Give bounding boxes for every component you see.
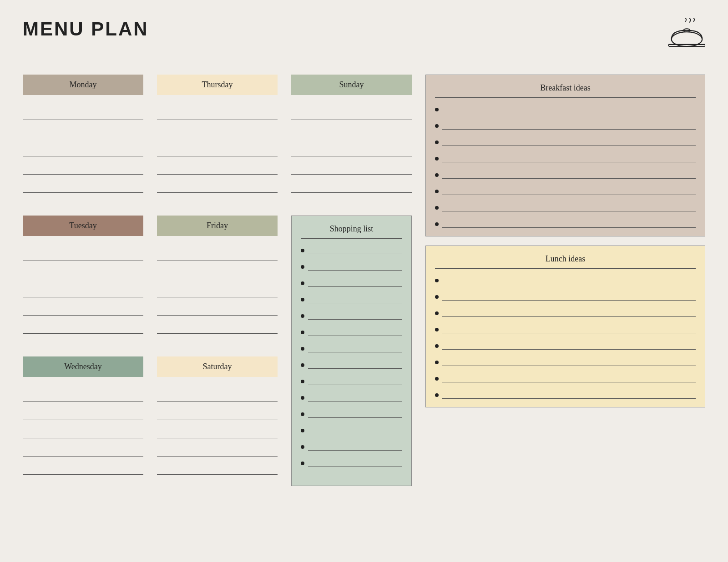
wednesday-lines (23, 386, 143, 482)
write-line[interactable] (308, 343, 402, 352)
write-line[interactable] (308, 442, 402, 451)
write-line[interactable] (23, 288, 143, 297)
write-line[interactable] (308, 327, 402, 336)
list-item[interactable] (435, 308, 696, 317)
list-item[interactable] (301, 442, 402, 451)
write-line[interactable] (23, 393, 143, 402)
write-line[interactable] (157, 429, 278, 438)
list-item[interactable] (301, 294, 402, 303)
write-line[interactable] (291, 129, 412, 138)
write-line[interactable] (308, 425, 402, 434)
write-line[interactable] (157, 411, 278, 420)
list-item[interactable] (301, 261, 402, 271)
list-item[interactable] (301, 327, 402, 336)
write-line[interactable] (157, 184, 278, 193)
write-line[interactable] (442, 324, 696, 333)
list-item[interactable] (301, 311, 402, 320)
write-line[interactable] (308, 294, 402, 303)
write-line[interactable] (308, 311, 402, 320)
list-item[interactable] (301, 425, 402, 434)
list-item[interactable] (301, 392, 402, 401)
write-line[interactable] (442, 275, 696, 284)
write-line[interactable] (442, 120, 696, 130)
main-layout: Monday Tuesday Wednesday (23, 75, 705, 486)
write-line[interactable] (442, 104, 696, 113)
write-line[interactable] (157, 252, 278, 261)
write-line[interactable] (23, 129, 143, 138)
write-line[interactable] (23, 447, 143, 457)
list-item[interactable] (435, 324, 696, 333)
write-line[interactable] (442, 308, 696, 317)
write-line[interactable] (308, 261, 402, 271)
write-line[interactable] (23, 184, 143, 193)
list-item[interactable] (435, 219, 696, 228)
list-item[interactable] (301, 360, 402, 369)
sunday-section: Sunday (291, 75, 412, 200)
write-line[interactable] (157, 393, 278, 402)
list-item[interactable] (435, 390, 696, 399)
list-item[interactable] (301, 376, 402, 385)
write-line[interactable] (157, 306, 278, 316)
list-item[interactable] (435, 291, 696, 301)
list-item[interactable] (301, 458, 402, 467)
write-line[interactable] (157, 270, 278, 279)
write-line[interactable] (23, 166, 143, 175)
list-item[interactable] (435, 186, 696, 195)
write-line[interactable] (157, 111, 278, 120)
list-item[interactable] (435, 275, 696, 284)
list-item[interactable] (435, 373, 696, 382)
write-line[interactable] (308, 245, 402, 254)
write-line[interactable] (442, 153, 696, 162)
write-line[interactable] (157, 166, 278, 175)
write-line[interactable] (291, 184, 412, 193)
write-line[interactable] (442, 357, 696, 366)
list-item[interactable] (435, 104, 696, 113)
write-line[interactable] (308, 392, 402, 401)
breakfast-ideas-items (435, 104, 696, 228)
write-line[interactable] (157, 147, 278, 156)
list-item[interactable] (435, 137, 696, 146)
write-line[interactable] (308, 458, 402, 467)
list-item[interactable] (301, 409, 402, 418)
write-line[interactable] (291, 111, 412, 120)
write-line[interactable] (291, 147, 412, 156)
list-item[interactable] (301, 245, 402, 254)
write-line[interactable] (442, 219, 696, 228)
bullet-point (301, 314, 304, 318)
list-item[interactable] (435, 120, 696, 130)
write-line[interactable] (308, 409, 402, 418)
write-line[interactable] (442, 170, 696, 179)
write-line[interactable] (157, 288, 278, 297)
write-line[interactable] (23, 270, 143, 279)
write-line[interactable] (291, 166, 412, 175)
write-line[interactable] (308, 376, 402, 385)
write-line[interactable] (157, 129, 278, 138)
write-line[interactable] (157, 325, 278, 334)
write-line[interactable] (23, 306, 143, 316)
write-line[interactable] (442, 291, 696, 301)
write-line[interactable] (23, 429, 143, 438)
write-line[interactable] (23, 325, 143, 334)
list-item[interactable] (435, 202, 696, 211)
write-line[interactable] (23, 252, 143, 261)
write-line[interactable] (442, 390, 696, 399)
write-line[interactable] (23, 411, 143, 420)
list-item[interactable] (435, 153, 696, 162)
list-item[interactable] (435, 357, 696, 366)
list-item[interactable] (435, 170, 696, 179)
write-line[interactable] (157, 447, 278, 457)
write-line[interactable] (442, 373, 696, 382)
list-item[interactable] (301, 343, 402, 352)
write-line[interactable] (308, 360, 402, 369)
write-line[interactable] (442, 186, 696, 195)
write-line[interactable] (442, 341, 696, 350)
write-line[interactable] (308, 278, 402, 287)
list-item[interactable] (301, 278, 402, 287)
write-line[interactable] (442, 202, 696, 211)
write-line[interactable] (442, 137, 696, 146)
write-line[interactable] (23, 111, 143, 120)
write-line[interactable] (157, 466, 278, 475)
write-line[interactable] (23, 466, 143, 475)
list-item[interactable] (435, 341, 696, 350)
write-line[interactable] (23, 147, 143, 156)
